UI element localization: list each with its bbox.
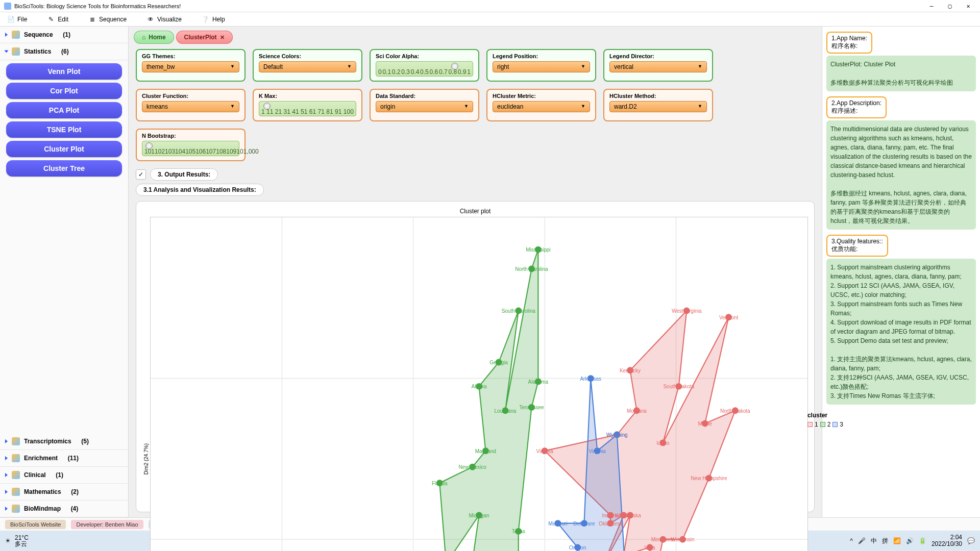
category-icon — [12, 505, 20, 513]
tray-notification-icon[interactable]: 💬 — [967, 537, 975, 544]
param-gg-themes: GG Themes:theme_bw — [136, 49, 246, 82]
select-legend-director[interactable]: vertical — [609, 61, 707, 72]
edit-icon: ✎ — [47, 16, 55, 23]
sidebar-item-statistics[interactable]: Statistics (6) — [0, 43, 128, 60]
param-sci-alpha: Sci Color Alpha: 00.10.20.30.40.50.60.70… — [370, 49, 479, 82]
link-website[interactable]: BioSciTools Website — [5, 520, 66, 529]
info-body-desc: The multidimensional data are clustered … — [826, 120, 976, 230]
main-content: ⌂Home ClusterPlot✕ GG Themes:theme_bw Sc… — [129, 27, 822, 517]
param-science-colors: Science Colors:Default — [253, 49, 362, 82]
chevron-right-icon — [5, 33, 8, 37]
chevron-right-icon — [5, 439, 8, 443]
select-legend-position[interactable]: right — [493, 61, 590, 72]
category-icon — [12, 437, 20, 445]
tray-volume-icon[interactable]: 🔊 — [906, 537, 914, 544]
tray-mic-icon[interactable]: 🎤 — [858, 537, 866, 544]
sequence-icon: ≣ — [89, 16, 96, 23]
tool-cor-plot[interactable]: Cor Plot — [6, 83, 122, 99]
menu-sequence[interactable]: ≣Sequence — [89, 16, 127, 23]
maximize-button[interactable]: ▢ — [942, 3, 958, 10]
select-cluster-function[interactable]: kmeans — [142, 101, 239, 112]
tool-tsne-plot[interactable]: TSNE Plot — [6, 121, 122, 138]
menu-help[interactable]: ❔Help — [202, 16, 225, 23]
param-legend-director: Legend Director:vertical — [603, 49, 713, 82]
menu-visualize[interactable]: 👁Visualize — [147, 16, 182, 23]
slider-kmax[interactable]: 1112131415161718191100 — [259, 101, 356, 116]
param-hcluster-method: HCluster Method:ward.D2 — [603, 89, 713, 121]
tab-home[interactable]: ⌂Home — [134, 31, 174, 44]
tool-cluster-plot[interactable]: Cluster Plot — [6, 141, 122, 157]
param-hcluster-metric: HCluster Metric:euclidean — [486, 89, 596, 121]
output-results-label: 3. Output Results: — [150, 168, 218, 181]
info-head-desc: 2.App Description: 程序描述: — [826, 96, 887, 118]
cluster-plot: West VirginiaVirginiaVermontKentuckySout… — [150, 217, 808, 551]
sidebar-item-transcriptomics[interactable]: Transcriptomics (5) — [0, 433, 128, 450]
info-panel: 1.App Name: 程序名称: ClusterPlot: Cluster P… — [822, 27, 980, 517]
tray-ime-icon[interactable]: 中 — [871, 537, 877, 545]
weather-icon[interactable]: ☀ — [5, 537, 11, 544]
tab-clusterplot[interactable]: ClusterPlot✕ — [176, 31, 233, 44]
chevron-right-icon — [5, 473, 8, 477]
file-icon: 📄 — [7, 16, 14, 23]
category-icon — [12, 488, 20, 496]
info-head-appname: 1.App Name: 程序名称: — [826, 32, 872, 54]
menu-edit[interactable]: ✎Edit — [47, 16, 68, 23]
chevron-right-icon — [5, 507, 8, 511]
select-hcluster-metric[interactable]: euclidean — [493, 101, 590, 112]
menubar: 📄File ✎Edit ≣Sequence 👁Visualize ❔Help — [0, 12, 980, 27]
tool-pca-plot[interactable]: PCA Plot — [6, 102, 122, 118]
titlebar: BioSciTools: Biology Science Tools for B… — [0, 0, 980, 12]
taskbar-clock[interactable]: 2:04 2022/10/30 — [932, 534, 962, 547]
param-legend-position: Legend Position:right — [486, 49, 596, 82]
param-data-standard: Data Standard:origin — [370, 89, 479, 121]
select-hcluster-method[interactable]: ward.D2 — [609, 101, 707, 112]
category-icon — [12, 471, 20, 479]
plot-title: Cluster plot — [142, 208, 808, 215]
tab-close-icon[interactable]: ✕ — [220, 34, 225, 41]
select-science-colors[interactable]: Default — [259, 61, 356, 72]
plot-legend: cluster 123 — [807, 411, 843, 430]
tray-wifi-icon[interactable]: 📶 — [893, 537, 901, 544]
tab-row: ⌂Home ClusterPlot✕ — [129, 27, 822, 44]
info-body-appname: ClusterPlot: Cluster Plot 多维数据多种算法聚类分析与可… — [826, 56, 976, 91]
tray-pinyin-icon[interactable]: 拼 — [882, 537, 888, 545]
chevron-down-icon — [5, 51, 9, 53]
chevron-right-icon — [5, 456, 8, 460]
sidebar-item-clinical[interactable]: Clinical (1) — [0, 467, 128, 484]
select-gg-themes[interactable]: theme_bw — [142, 61, 239, 72]
sidebar-item-biomindmap[interactable]: BioMindmap (4) — [0, 500, 128, 517]
window-title: BioSciTools: Biology Science Tools for B… — [14, 3, 181, 9]
param-n-bootstrap: N Bootstrap: 101102103104105106107108109… — [136, 129, 246, 161]
output-sub-label: 3.1 Analysis and Visualization Results: — [136, 184, 264, 196]
select-data-standard[interactable]: origin — [376, 101, 473, 112]
visualize-icon: 👁 — [147, 16, 154, 23]
sidebar-item-enrichment[interactable]: Enrichment (11) — [0, 450, 128, 467]
menu-file[interactable]: 📄File — [7, 16, 27, 23]
app-icon — [4, 3, 11, 10]
param-cluster-function: Cluster Function:kmeans — [136, 89, 246, 121]
output-toggle[interactable]: ✓ — [136, 169, 146, 180]
slider-sci-alpha[interactable]: 00.10.20.30.40.50.60.70.80.91 — [376, 61, 473, 77]
chevron-right-icon — [5, 490, 8, 494]
info-body-features: 1. Support mainstream clustering algorit… — [826, 259, 976, 405]
close-button[interactable]: ✕ — [961, 3, 976, 10]
tray-chevron-icon[interactable]: ^ — [850, 537, 853, 544]
category-icon — [12, 31, 20, 39]
link-developer[interactable]: Developer: Benben Miao — [71, 520, 143, 529]
category-icon — [12, 47, 20, 56]
sidebar-item-sequence[interactable]: Sequence (1) — [0, 27, 128, 43]
sidebar-item-mathematics[interactable]: Mathematics (2) — [0, 484, 128, 500]
tool-cluster-tree[interactable]: Cluster Tree — [6, 160, 122, 177]
tray-battery-icon[interactable]: 🔋 — [919, 537, 926, 544]
statistics-tools-list: Venn Plot Cor Plot PCA Plot TSNE Plot Cl… — [0, 60, 128, 180]
home-icon: ⌂ — [142, 34, 145, 41]
tool-venn-plot[interactable]: Venn Plot — [6, 63, 122, 80]
weather-desc: 多云 — [15, 541, 29, 547]
minimize-button[interactable]: — — [924, 3, 939, 10]
plot-ylabel: Dim2 (24.7%) — [142, 443, 150, 474]
parameter-panel: GG Themes:theme_bw Science Colors:Defaul… — [129, 44, 822, 166]
param-kmax: K Max: 1112131415161718191100 — [253, 89, 362, 121]
sidebar-left: Sequence (1) Statistics (6) Venn Plot Co… — [0, 27, 129, 517]
plot-panel: Cluster plot Dim2 (24.7%) West VirginiaV… — [136, 201, 815, 512]
slider-nbootstrap[interactable]: 101102103104105106107108109101,000 — [142, 141, 239, 156]
